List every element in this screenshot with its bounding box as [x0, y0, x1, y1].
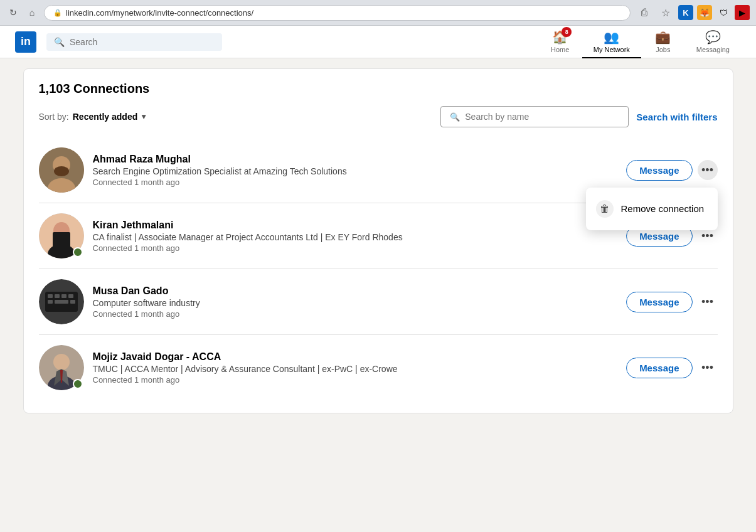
svg-rect-7: [53, 232, 70, 251]
connection-time-musa: Connected 1 month ago: [93, 309, 618, 319]
connections-title: 1,103 Connections: [39, 82, 718, 96]
avatar: [39, 279, 84, 324]
svg-point-18: [53, 354, 70, 370]
connection-actions-mojiz: Message •••: [626, 358, 717, 378]
dropdown-menu-ahmad: 🗑 Remove connection: [586, 188, 718, 230]
connection-name-ahmad[interactable]: Ahmad Raza Mughal: [93, 154, 618, 165]
browser-actions: ⎙ ☆ K 🦊 🛡 ▶: [636, 4, 750, 21]
message-btn-mojiz[interactable]: Message: [626, 358, 692, 378]
home-nav-label: Home: [551, 46, 569, 53]
connection-actions-ahmad: Message ••• 🗑 Remove connection: [626, 160, 717, 181]
search-input[interactable]: [70, 37, 215, 47]
table-row: Musa Dan Gado Computer software industry…: [39, 269, 718, 335]
svg-rect-11: [55, 294, 60, 298]
connection-title-musa: Computer software industry: [93, 298, 618, 308]
nav-item-messaging[interactable]: 💬 Messaging: [685, 26, 741, 58]
home-badge: 8: [562, 27, 572, 37]
connection-time-mojiz: Connected 1 month ago: [93, 375, 618, 385]
browser-home-btn[interactable]: ⌂: [25, 6, 39, 19]
connections-card: 1,103 Connections Sort by: Recently adde…: [23, 68, 733, 413]
svg-rect-15: [55, 300, 68, 304]
connection-info-ahmad: Ahmad Raza Mughal Search Engine Optimiza…: [93, 154, 618, 187]
sort-dropdown-icon: ▼: [140, 112, 147, 121]
connection-info-kiran: Kiran Jethmalani CA finalist | Associate…: [93, 220, 618, 253]
connection-name-kiran[interactable]: Kiran Jethmalani: [93, 220, 618, 231]
remove-connection-item[interactable]: 🗑 Remove connection: [586, 193, 718, 225]
messaging-nav-icon: 💬: [705, 29, 721, 45]
nav-item-my-network[interactable]: 👥 My Network: [582, 26, 641, 58]
nav-item-jobs[interactable]: 💼 Jobs: [641, 26, 685, 58]
sort-value-btn[interactable]: Recently added ▼: [73, 112, 147, 122]
connection-title-mojiz: TMUC | ACCA Mentor | Advisory & Assuranc…: [93, 364, 618, 374]
avatar-wrap-musa: [39, 279, 84, 324]
online-badge-mojiz: [73, 379, 83, 389]
connection-name-mojiz[interactable]: Mojiz Javaid Dogar - ACCA: [93, 351, 618, 363]
shield-extension-icon: 🛡: [716, 5, 731, 20]
connections-controls: Sort by: Recently added ▼ 🔍 Search with …: [39, 106, 718, 127]
svg-rect-10: [48, 294, 53, 298]
svg-rect-12: [61, 294, 67, 298]
avatar: [39, 147, 84, 193]
bookmark-icon[interactable]: ☆: [657, 4, 674, 21]
connection-title-kiran: CA finalist | Associate Manager at Proje…: [93, 232, 618, 242]
connection-title-ahmad: Search Engine Optimization Specialist at…: [93, 166, 618, 176]
avatar-wrap-kiran: [39, 213, 84, 258]
connection-list: Ahmad Raza Mughal Search Engine Optimiza…: [39, 137, 718, 400]
remove-connection-label: Remove connection: [621, 203, 705, 214]
svg-point-3: [54, 166, 69, 176]
message-btn-ahmad[interactable]: Message: [626, 160, 692, 181]
connection-info-mojiz: Mojiz Javaid Dogar - ACCA TMUC | ACCA Me…: [93, 351, 618, 385]
table-row: Mojiz Javaid Dogar - ACCA TMUC | ACCA Me…: [39, 335, 718, 400]
fox-extension-icon: 🦊: [697, 5, 712, 20]
lock-icon: 🔒: [53, 9, 62, 17]
jobs-nav-label: Jobs: [656, 46, 670, 53]
name-search-icon: 🔍: [450, 112, 460, 122]
nav-item-home[interactable]: 🏠 8 Home: [538, 26, 582, 58]
messaging-nav-label: Messaging: [696, 46, 730, 53]
svg-rect-16: [70, 300, 75, 304]
avatar-wrap-ahmad: [39, 147, 84, 193]
browser-reload-btn[interactable]: ↻: [6, 6, 20, 19]
connections-header: 1,103 Connections Sort by: Recently adde…: [39, 82, 718, 127]
trash-icon: 🗑: [596, 200, 614, 218]
connection-time-kiran: Connected 1 month ago: [93, 243, 618, 253]
connection-actions-musa: Message •••: [626, 292, 717, 312]
name-search-box[interactable]: 🔍: [440, 106, 629, 127]
linkedin-logo[interactable]: in: [15, 31, 36, 53]
online-badge-kiran: [73, 247, 83, 257]
address-bar[interactable]: 🔒 linkedin.com/mynetwork/invite-connect/…: [44, 5, 631, 21]
avatar-wrap-mojiz: [39, 345, 84, 390]
home-nav-icon: 🏠 8: [552, 29, 568, 45]
url-text: linkedin.com/mynetwork/invite-connect/co…: [66, 8, 253, 18]
my-network-nav-icon: 👥: [604, 29, 619, 45]
table-row: Ahmad Raza Mughal Search Engine Optimiza…: [39, 137, 718, 203]
sort-control: Sort by: Recently added ▼: [39, 112, 148, 122]
svg-rect-13: [68, 294, 73, 298]
search-filter-group: 🔍 Search with filters: [440, 106, 717, 127]
header-nav: 🏠 8 Home 👥 My Network 💼 Jobs 💬 Messaging: [538, 26, 741, 58]
browser-chrome: ↻ ⌂ 🔒 linkedin.com/mynetwork/invite-conn…: [0, 0, 756, 26]
sort-label: Sort by:: [39, 112, 69, 122]
main-content: 1,103 Connections Sort by: Recently adde…: [8, 58, 748, 423]
more-options-btn-ahmad[interactable]: •••: [698, 160, 718, 180]
search-with-filters-btn[interactable]: Search with filters: [636, 112, 717, 122]
connection-time-ahmad: Connected 1 month ago: [93, 178, 618, 187]
jobs-nav-icon: 💼: [655, 29, 671, 45]
name-search-input[interactable]: [465, 112, 619, 122]
red-extension-icon: ▶: [735, 5, 750, 20]
header-search-icon: 🔍: [54, 37, 65, 47]
linkedin-extension-icon: K: [678, 5, 693, 20]
message-btn-musa[interactable]: Message: [626, 292, 692, 312]
svg-rect-14: [48, 300, 53, 304]
more-options-btn-mojiz[interactable]: •••: [698, 358, 718, 378]
header-search-bar[interactable]: 🔍: [46, 33, 222, 51]
my-network-nav-label: My Network: [594, 46, 630, 53]
connection-name-musa[interactable]: Musa Dan Gado: [93, 285, 618, 297]
connection-info-musa: Musa Dan Gado Computer software industry…: [93, 285, 618, 319]
more-options-btn-musa[interactable]: •••: [698, 292, 718, 312]
share-icon[interactable]: ⎙: [636, 4, 653, 21]
linkedin-header: in 🔍 🏠 8 Home 👥 My Network 💼 Jobs 💬 Mess…: [0, 26, 756, 58]
